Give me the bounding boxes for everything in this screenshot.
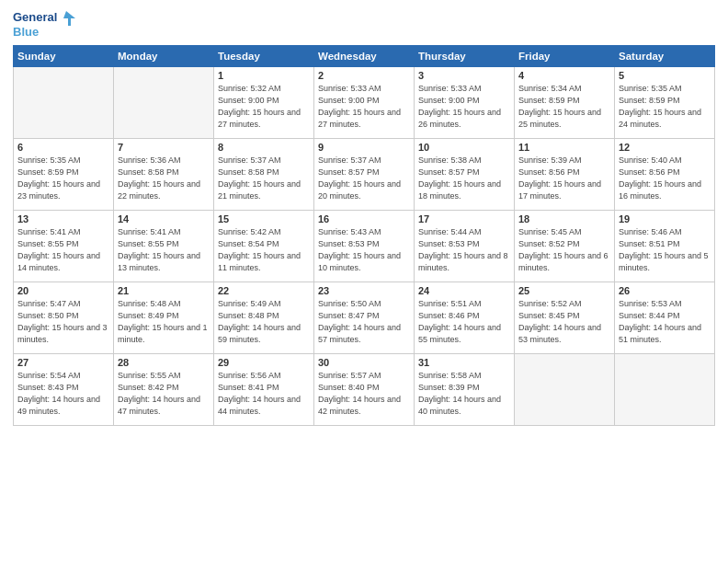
calendar-cell: 17Sunrise: 5:44 AM Sunset: 8:53 PM Dayli…	[415, 210, 515, 282]
weekday-header-saturday: Saturday	[615, 45, 715, 66]
calendar-cell: 28Sunrise: 5:55 AM Sunset: 8:42 PM Dayli…	[114, 353, 214, 425]
calendar-cell: 23Sunrise: 5:50 AM Sunset: 8:47 PM Dayli…	[314, 282, 415, 353]
calendar-cell: 20Sunrise: 5:47 AM Sunset: 8:50 PM Dayli…	[14, 282, 114, 353]
day-info: Sunrise: 5:36 AM Sunset: 8:58 PM Dayligh…	[118, 155, 210, 202]
calendar-cell: 16Sunrise: 5:43 AM Sunset: 8:53 PM Dayli…	[314, 210, 415, 282]
calendar-cell: 6Sunrise: 5:35 AM Sunset: 8:59 PM Daylig…	[14, 138, 114, 210]
day-number: 5	[619, 70, 711, 81]
day-info: Sunrise: 5:56 AM Sunset: 8:41 PM Dayligh…	[218, 370, 310, 418]
day-number: 8	[218, 142, 310, 153]
calendar-cell: 30Sunrise: 5:57 AM Sunset: 8:40 PM Dayli…	[314, 353, 415, 425]
calendar-cell: 29Sunrise: 5:56 AM Sunset: 8:41 PM Dayli…	[214, 353, 314, 425]
weekday-header-sunday: Sunday	[14, 45, 114, 66]
day-info: Sunrise: 5:34 AM Sunset: 8:59 PM Dayligh…	[518, 83, 610, 131]
weekday-header-thursday: Thursday	[415, 45, 515, 66]
calendar-cell: 31Sunrise: 5:58 AM Sunset: 8:39 PM Dayli…	[415, 353, 515, 425]
calendar-cell: 3Sunrise: 5:33 AM Sunset: 9:00 PM Daylig…	[415, 66, 515, 138]
day-number: 10	[418, 142, 510, 153]
day-number: 3	[418, 70, 510, 81]
day-number: 2	[318, 70, 410, 81]
day-info: Sunrise: 5:53 AM Sunset: 8:44 PM Dayligh…	[619, 298, 711, 346]
day-info: Sunrise: 5:52 AM Sunset: 8:45 PM Dayligh…	[518, 298, 610, 346]
calendar-cell: 5Sunrise: 5:35 AM Sunset: 8:59 PM Daylig…	[615, 66, 715, 138]
day-info: Sunrise: 5:55 AM Sunset: 8:42 PM Dayligh…	[118, 370, 210, 418]
day-number: 29	[218, 357, 310, 368]
day-number: 25	[518, 285, 610, 296]
day-info: Sunrise: 5:42 AM Sunset: 8:54 PM Dayligh…	[218, 226, 310, 274]
calendar-cell: 25Sunrise: 5:52 AM Sunset: 8:45 PM Dayli…	[515, 282, 615, 353]
day-number: 28	[118, 357, 210, 368]
day-number: 27	[17, 357, 109, 368]
calendar-table: SundayMondayTuesdayWednesdayThursdayFrid…	[13, 45, 715, 426]
day-number: 30	[318, 357, 410, 368]
day-info: Sunrise: 5:41 AM Sunset: 8:55 PM Dayligh…	[118, 226, 210, 274]
week-row-5: 27Sunrise: 5:54 AM Sunset: 8:43 PM Dayli…	[14, 353, 715, 425]
week-row-4: 20Sunrise: 5:47 AM Sunset: 8:50 PM Dayli…	[14, 282, 715, 353]
calendar-cell: 8Sunrise: 5:37 AM Sunset: 8:58 PM Daylig…	[214, 138, 314, 210]
calendar-cell	[114, 66, 214, 138]
day-info: Sunrise: 5:44 AM Sunset: 8:53 PM Dayligh…	[418, 226, 510, 274]
weekday-header-tuesday: Tuesday	[214, 45, 314, 66]
day-info: Sunrise: 5:48 AM Sunset: 8:49 PM Dayligh…	[118, 298, 210, 346]
day-number: 26	[619, 285, 711, 296]
day-number: 24	[418, 285, 510, 296]
day-info: Sunrise: 5:49 AM Sunset: 8:48 PM Dayligh…	[218, 298, 310, 346]
svg-marker-0	[63, 11, 75, 26]
day-info: Sunrise: 5:35 AM Sunset: 8:59 PM Dayligh…	[17, 155, 109, 202]
day-info: Sunrise: 5:51 AM Sunset: 8:46 PM Dayligh…	[418, 298, 510, 346]
day-number: 31	[418, 357, 510, 368]
calendar-cell: 12Sunrise: 5:40 AM Sunset: 8:56 PM Dayli…	[615, 138, 715, 210]
day-info: Sunrise: 5:50 AM Sunset: 8:47 PM Dayligh…	[318, 298, 410, 346]
day-number: 6	[17, 142, 109, 153]
day-number: 12	[619, 142, 711, 153]
calendar-cell: 24Sunrise: 5:51 AM Sunset: 8:46 PM Dayli…	[415, 282, 515, 353]
calendar-cell: 21Sunrise: 5:48 AM Sunset: 8:49 PM Dayli…	[114, 282, 214, 353]
calendar-cell: 27Sunrise: 5:54 AM Sunset: 8:43 PM Dayli…	[14, 353, 114, 425]
day-number: 19	[619, 213, 711, 224]
day-info: Sunrise: 5:47 AM Sunset: 8:50 PM Dayligh…	[17, 298, 109, 346]
calendar-cell	[615, 353, 715, 425]
day-info: Sunrise: 5:35 AM Sunset: 8:59 PM Dayligh…	[619, 83, 711, 131]
day-info: Sunrise: 5:33 AM Sunset: 9:00 PM Dayligh…	[318, 83, 410, 131]
calendar-cell: 15Sunrise: 5:42 AM Sunset: 8:54 PM Dayli…	[214, 210, 314, 282]
day-number: 20	[17, 285, 109, 296]
day-info: Sunrise: 5:43 AM Sunset: 8:53 PM Dayligh…	[318, 226, 410, 274]
week-row-3: 13Sunrise: 5:41 AM Sunset: 8:55 PM Dayli…	[14, 210, 715, 282]
calendar-cell: 22Sunrise: 5:49 AM Sunset: 8:48 PM Dayli…	[214, 282, 314, 353]
weekday-header-monday: Monday	[114, 45, 214, 66]
logo-arrow-icon	[59, 9, 75, 26]
day-number: 11	[518, 142, 610, 153]
weekday-header-wednesday: Wednesday	[314, 45, 415, 66]
calendar-cell: 26Sunrise: 5:53 AM Sunset: 8:44 PM Dayli…	[615, 282, 715, 353]
calendar-cell: 7Sunrise: 5:36 AM Sunset: 8:58 PM Daylig…	[114, 138, 214, 210]
header: General Blue	[13, 9, 715, 40]
day-info: Sunrise: 5:46 AM Sunset: 8:51 PM Dayligh…	[619, 226, 711, 274]
day-number: 23	[318, 285, 410, 296]
calendar-cell: 9Sunrise: 5:37 AM Sunset: 8:57 PM Daylig…	[314, 138, 415, 210]
day-info: Sunrise: 5:57 AM Sunset: 8:40 PM Dayligh…	[318, 370, 410, 418]
day-number: 18	[518, 213, 610, 224]
weekday-header-row: SundayMondayTuesdayWednesdayThursdayFrid…	[14, 45, 715, 66]
calendar-cell: 19Sunrise: 5:46 AM Sunset: 8:51 PM Dayli…	[615, 210, 715, 282]
calendar-cell	[14, 66, 114, 138]
logo: General Blue	[13, 9, 75, 40]
calendar-cell	[515, 353, 615, 425]
day-info: Sunrise: 5:41 AM Sunset: 8:55 PM Dayligh…	[17, 226, 109, 274]
day-number: 22	[218, 285, 310, 296]
day-number: 15	[218, 213, 310, 224]
calendar-cell: 10Sunrise: 5:38 AM Sunset: 8:57 PM Dayli…	[415, 138, 515, 210]
day-number: 1	[218, 70, 310, 81]
day-info: Sunrise: 5:45 AM Sunset: 8:52 PM Dayligh…	[518, 226, 610, 274]
calendar-cell: 1Sunrise: 5:32 AM Sunset: 9:00 PM Daylig…	[214, 66, 314, 138]
day-info: Sunrise: 5:32 AM Sunset: 9:00 PM Dayligh…	[218, 83, 310, 131]
day-number: 16	[318, 213, 410, 224]
calendar-cell: 11Sunrise: 5:39 AM Sunset: 8:56 PM Dayli…	[515, 138, 615, 210]
day-number: 21	[118, 285, 210, 296]
day-info: Sunrise: 5:54 AM Sunset: 8:43 PM Dayligh…	[17, 370, 109, 418]
logo-general: General	[13, 11, 57, 25]
day-number: 17	[418, 213, 510, 224]
day-info: Sunrise: 5:58 AM Sunset: 8:39 PM Dayligh…	[418, 370, 510, 418]
day-info: Sunrise: 5:38 AM Sunset: 8:57 PM Dayligh…	[418, 155, 510, 202]
day-info: Sunrise: 5:40 AM Sunset: 8:56 PM Dayligh…	[619, 155, 711, 202]
day-info: Sunrise: 5:37 AM Sunset: 8:57 PM Dayligh…	[318, 155, 410, 202]
